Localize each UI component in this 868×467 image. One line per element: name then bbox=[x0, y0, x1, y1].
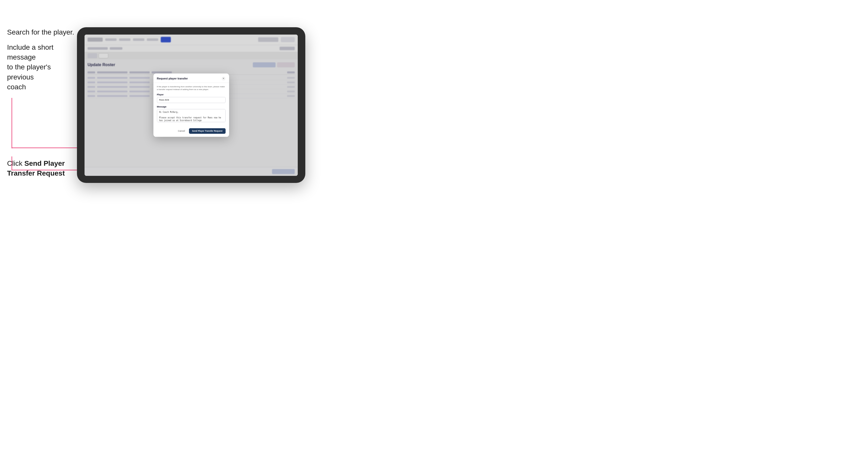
player-input[interactable] bbox=[157, 97, 225, 103]
tablet-screen: Update Roster bbox=[85, 35, 298, 176]
message-textarea[interactable]: Hi Coach McHarg, Please accept this tran… bbox=[157, 109, 225, 122]
modal-close-button[interactable]: ✕ bbox=[221, 76, 225, 81]
annotation-click: Click Send Player Transfer Request bbox=[7, 158, 73, 178]
modal-body: If the player is transferring from anoth… bbox=[153, 83, 229, 128]
message-field-label: Message bbox=[157, 105, 225, 108]
annotation-message: Include a short messageto the player's p… bbox=[7, 42, 73, 92]
modal-footer: Cancel Send Player Transfer Request bbox=[153, 128, 229, 137]
modal-description: If the player is transferring from anoth… bbox=[157, 85, 225, 91]
arrow-line-1-vertical bbox=[11, 98, 12, 148]
modal-title: Request player transfer bbox=[157, 77, 188, 80]
send-transfer-button[interactable]: Send Player Transfer Request bbox=[189, 128, 225, 134]
player-field-label: Player bbox=[157, 93, 225, 96]
modal-header: Request player transfer ✕ bbox=[153, 73, 229, 83]
cancel-button[interactable]: Cancel bbox=[176, 129, 187, 133]
request-transfer-modal: Request player transfer ✕ If the player … bbox=[153, 73, 229, 137]
tablet-device: Update Roster bbox=[77, 27, 305, 183]
annotation-search: Search for the player. bbox=[7, 27, 74, 37]
